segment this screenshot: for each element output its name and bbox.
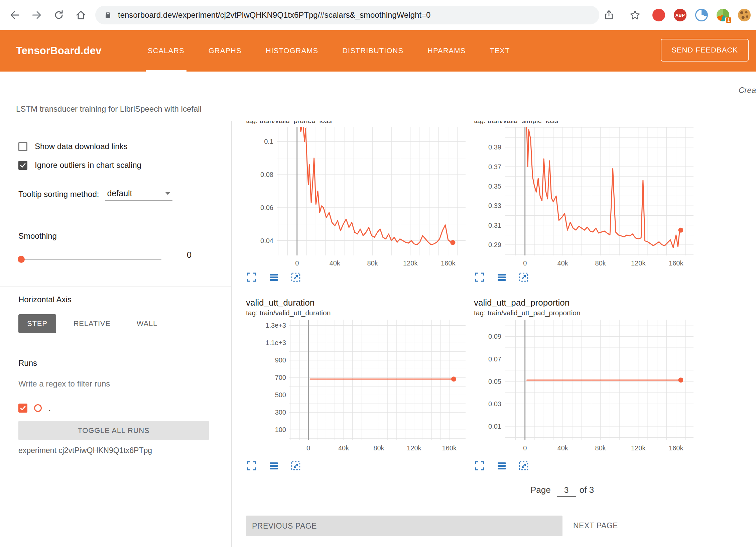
expand-icon	[475, 272, 485, 282]
smoothing-label: Smoothing	[18, 231, 57, 241]
fit-domain-button[interactable]	[291, 272, 301, 283]
chart-toolbar	[247, 460, 301, 471]
axis-relative-button[interactable]: RELATIVE	[65, 314, 119, 333]
settings-sidebar: Show data download links Ignore outliers…	[0, 121, 232, 547]
fit-domain-button[interactable]	[519, 460, 529, 471]
tensorboard-logo[interactable]: TensorBoard.dev	[16, 30, 102, 72]
expand-icon	[247, 272, 257, 282]
page-number-input[interactable]	[557, 485, 576, 497]
expand-chart-button[interactable]	[475, 460, 485, 471]
tab-graphs[interactable]: GRAPHS	[205, 30, 246, 72]
tensorboard-header: TensorBoard.dev SCALARS GRAPHS HISTOGRAM…	[0, 30, 756, 72]
url-bar[interactable]: tensorboard.dev/experiment/cj2vtPiwQHKN9…	[95, 6, 599, 24]
smoothing-slider-thumb[interactable]	[18, 256, 25, 263]
tab-scalars[interactable]: SCALARS	[144, 30, 188, 72]
url-text: tensorboard.dev/experiment/cj2vtPiwQHKN9…	[118, 10, 430, 20]
send-feedback-button[interactable]: SEND FEEDBACK	[661, 39, 749, 62]
share-button[interactable]	[600, 6, 618, 24]
tooltip-sorting-select[interactable]: default	[105, 188, 172, 201]
home-button[interactable]	[72, 6, 90, 24]
reload-button[interactable]	[50, 6, 68, 24]
browser-toolbar: tensorboard.dev/experiment/cj2vtPiwQHKN9…	[0, 0, 756, 30]
chart-data-button[interactable]	[497, 460, 507, 471]
ignore-outliers-checkbox[interactable]	[18, 161, 27, 170]
bookmark-button[interactable]	[626, 6, 644, 24]
runs-regex-input[interactable]	[18, 379, 211, 392]
fit-domain-button[interactable]	[519, 272, 529, 283]
smoothing-value-input[interactable]	[167, 250, 211, 262]
abp-label: ABP	[675, 13, 685, 18]
tab-hparams[interactable]: HPARAMS	[423, 30, 470, 72]
fit-domain-button[interactable]	[291, 460, 301, 471]
axis-wall-button[interactable]: WALL	[128, 314, 166, 333]
home-icon	[75, 9, 87, 21]
chart-tag: tag: train/valid_utt_duration	[246, 309, 467, 317]
adblock-extension-icon[interactable]	[652, 9, 665, 21]
chart-card-valid-utt-duration: valid_utt_duration tag: train/valid_utt_…	[246, 298, 467, 453]
run-color-swatch[interactable]	[34, 404, 42, 412]
svg-text:0.31: 0.31	[488, 222, 501, 229]
tab-text[interactable]: TEXT	[486, 30, 514, 72]
fit-domain-icon	[291, 272, 301, 282]
run-checkbox[interactable]	[18, 404, 27, 413]
svg-text:0: 0	[295, 259, 299, 267]
svg-text:80k: 80k	[367, 259, 378, 267]
pie-extension-icon[interactable]	[695, 9, 708, 21]
svg-text:0.04: 0.04	[260, 237, 273, 244]
svg-text:80k: 80k	[373, 444, 384, 452]
svg-text:0.06: 0.06	[260, 204, 273, 211]
scalar-chart[interactable]: 040k80k120k160k1003005007009001.1e+31.3e…	[246, 320, 467, 453]
cookie-extension-icon[interactable]	[738, 9, 751, 21]
svg-text:0: 0	[306, 444, 310, 452]
divider	[0, 216, 232, 216]
scalar-chart[interactable]: 040k80k120k160k0.040.060.080.1	[246, 127, 467, 268]
divider	[0, 287, 232, 287]
svg-text:900: 900	[275, 356, 286, 364]
toggle-all-runs-button[interactable]: TOGGLE ALL RUNS	[18, 421, 209, 440]
scalar-chart[interactable]: 040k80k120k160k0.290.310.330.350.370.39	[474, 127, 695, 268]
svg-text:0.1: 0.1	[264, 138, 273, 145]
page-of-label: of 3	[580, 485, 594, 495]
tooltip-sorting-row: Tooltip sorting method: default	[18, 188, 172, 201]
divider	[0, 349, 232, 349]
abp-extension-icon[interactable]: ABP	[674, 9, 686, 21]
show-download-links-checkbox[interactable]	[18, 142, 27, 151]
svg-text:0: 0	[523, 259, 527, 267]
svg-text:80k: 80k	[595, 259, 606, 267]
chart-data-button[interactable]	[269, 272, 279, 283]
svg-text:1.3e+3: 1.3e+3	[265, 322, 286, 329]
fit-domain-icon	[519, 461, 529, 471]
forward-icon	[31, 9, 42, 21]
lock-icon	[103, 10, 113, 20]
smoothing-slider[interactable]	[18, 259, 161, 260]
next-page-button[interactable]: NEXT PAGE	[571, 521, 620, 531]
forward-button[interactable]	[28, 6, 45, 24]
chart-data-button[interactable]	[269, 460, 279, 471]
scalar-chart[interactable]: 040k80k120k160k0.010.030.050.070.09	[474, 320, 695, 453]
show-download-links-row: Show data download links	[18, 142, 128, 151]
profile-avatar[interactable]: 1	[717, 9, 729, 21]
chart-tag: tag: train/valid_utt_pad_proportion	[474, 309, 695, 317]
experiment-name: experiment cj2vtPiwQHKN9Q1tx6PTpg	[18, 446, 152, 455]
chevron-down-icon	[165, 192, 170, 195]
tab-histograms[interactable]: HISTOGRAMS	[262, 30, 323, 72]
chart-title: valid_utt_pad_proportion	[474, 298, 695, 308]
chart-title: valid_utt_duration	[246, 298, 467, 308]
axis-step-button[interactable]: STEP	[18, 314, 56, 333]
expand-chart-button[interactable]	[247, 272, 257, 283]
expand-chart-button[interactable]	[247, 460, 257, 471]
svg-text:80k: 80k	[595, 444, 606, 452]
toolbar-right: ABP 1	[600, 0, 751, 30]
expand-icon	[247, 461, 257, 471]
tab-distributions[interactable]: DISTRIBUTIONS	[338, 30, 407, 72]
previous-page-button[interactable]: PREVIOUS PAGE	[246, 516, 562, 536]
lines-icon	[497, 272, 507, 282]
star-icon	[630, 10, 640, 20]
chart-data-button[interactable]	[497, 272, 507, 283]
svg-text:0: 0	[523, 444, 527, 452]
svg-text:120k: 120k	[403, 259, 418, 267]
expand-chart-button[interactable]	[475, 272, 485, 283]
back-button[interactable]	[6, 6, 23, 24]
run-row: .	[18, 403, 51, 413]
svg-text:120k: 120k	[631, 444, 646, 452]
